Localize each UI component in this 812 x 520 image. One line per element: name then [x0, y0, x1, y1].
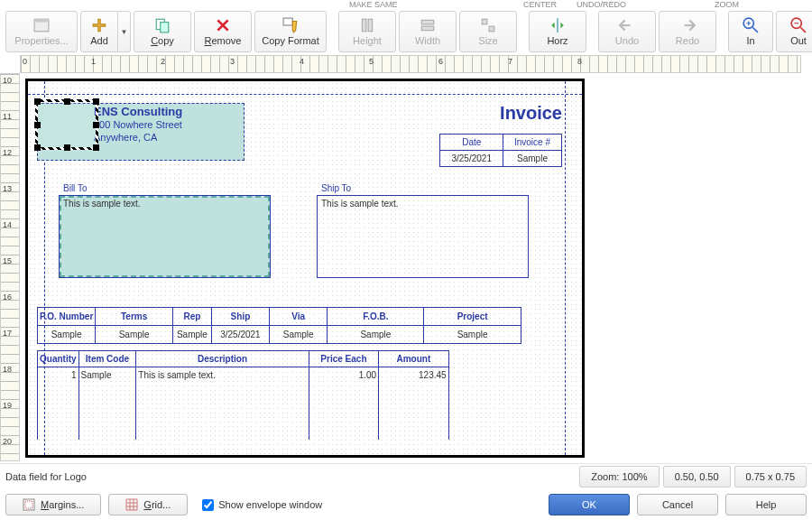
svg-rect-9	[482, 19, 487, 24]
field-info-label: Data field for Logo	[5, 471, 87, 482]
envelope-checkbox-label[interactable]: Show envelope window	[202, 499, 322, 511]
size-icon	[480, 17, 496, 33]
zoom-in-icon	[743, 17, 759, 33]
same-size-button[interactable]: Size	[459, 11, 517, 52]
center-horz-button[interactable]: Horz	[529, 11, 586, 52]
svg-rect-6	[368, 19, 373, 32]
envelope-checkbox[interactable]	[202, 499, 214, 511]
resize-handle[interactable]	[34, 122, 41, 128]
horizontal-ruler[interactable]: 0 1 2 3 4 5 6 7 8	[20, 55, 801, 73]
margins-icon	[23, 498, 35, 511]
resize-handle[interactable]	[93, 144, 99, 151]
margins-button[interactable]: Margins...	[5, 494, 101, 515]
undo-button[interactable]: Undo	[598, 11, 656, 52]
company-text: ENS Consulting 100 Nowhere Street Anywhe…	[94, 106, 182, 144]
cancel-button[interactable]: Cancel	[637, 494, 718, 515]
add-button[interactable]: Add	[80, 11, 118, 52]
remove-icon	[215, 17, 231, 33]
resize-handle[interactable]	[93, 122, 99, 128]
width-icon	[420, 17, 436, 33]
center-horz-icon	[549, 17, 566, 33]
height-icon	[359, 17, 375, 33]
invoice-page[interactable]: ENS Consulting 100 Nowhere Street Anywhe…	[25, 79, 585, 458]
svg-rect-10	[489, 26, 494, 32]
grid-button[interactable]: Grid...	[108, 494, 188, 515]
properties-button[interactable]: Properties...	[5, 11, 78, 52]
properties-icon	[33, 17, 50, 33]
position-display: 0.50, 0.50	[663, 466, 731, 488]
toolbar-group-labels: MAKE SAME CENTER UNDO/REDO ZOOM	[0, 0, 812, 9]
redo-button[interactable]: Redo	[659, 11, 716, 52]
po-table[interactable]: P.O. NumberTerms RepShip ViaF.O.B. Proje…	[37, 307, 521, 344]
logo-field-selected[interactable]	[35, 99, 98, 150]
copy-icon	[154, 17, 171, 33]
copy-format-button[interactable]: Copy Format	[254, 11, 327, 52]
resize-handle[interactable]	[34, 98, 41, 105]
size-display: 0.75 x 0.75	[734, 466, 807, 488]
bill-to-block[interactable]: Bill To This is sample text.	[59, 195, 271, 278]
design-canvas[interactable]: ENS Consulting 100 Nowhere Street Anywhe…	[20, 73, 812, 461]
invoice-title[interactable]: Invoice	[500, 103, 562, 124]
svg-rect-8	[421, 26, 434, 31]
svg-rect-5	[362, 19, 366, 32]
resize-handle[interactable]	[64, 144, 70, 151]
line-items-table[interactable]: QuantityItem Code DescriptionPrice Each …	[37, 350, 449, 440]
undo-icon	[619, 17, 635, 33]
ship-to-block[interactable]: Ship To This is sample text.	[317, 195, 529, 278]
remove-button[interactable]: Remove	[194, 11, 252, 52]
main-toolbar: Properties... Add ▼ Copy Remove Copy For…	[0, 9, 812, 56]
resize-handle[interactable]	[64, 98, 70, 105]
resize-handle[interactable]	[34, 144, 41, 151]
design-area: 0 1 2 3 4 5 6 7 8 10 11 12 13 14 15 16 1…	[0, 55, 812, 461]
same-width-button[interactable]: Width	[399, 11, 457, 52]
svg-rect-4	[283, 18, 292, 25]
zoom-level-display[interactable]: Zoom: 100%	[579, 466, 659, 488]
copy-format-icon	[282, 17, 299, 33]
bottom-bar: Margins... Grid... Show envelope window …	[0, 489, 812, 520]
add-dropdown-arrow[interactable]: ▼	[118, 11, 131, 52]
help-button[interactable]: Help	[725, 494, 807, 515]
svg-rect-7	[421, 20, 434, 24]
zoom-out-button[interactable]: Out	[776, 11, 812, 52]
grid-icon	[125, 498, 138, 511]
zoom-in-button[interactable]: In	[728, 11, 773, 52]
svg-rect-1	[34, 19, 49, 22]
copy-button[interactable]: Copy	[134, 11, 191, 52]
date-invoice-table[interactable]: DateInvoice # 3/25/2021Sample	[439, 134, 562, 167]
ok-button[interactable]: OK	[549, 494, 630, 515]
resize-handle[interactable]	[93, 98, 99, 105]
plus-icon	[91, 17, 107, 33]
status-bar: Data field for Logo Zoom: 100% 0.50, 0.5…	[0, 463, 812, 488]
vertical-ruler[interactable]: 10 11 12 13 14 15 16 17 18 19 20	[0, 73, 20, 461]
redo-icon	[679, 17, 696, 33]
zoom-out-icon	[790, 17, 807, 33]
svg-rect-3	[161, 23, 169, 32]
right-margin-guide	[565, 81, 566, 455]
same-height-button[interactable]: Height	[338, 11, 396, 52]
top-guide	[28, 94, 582, 95]
